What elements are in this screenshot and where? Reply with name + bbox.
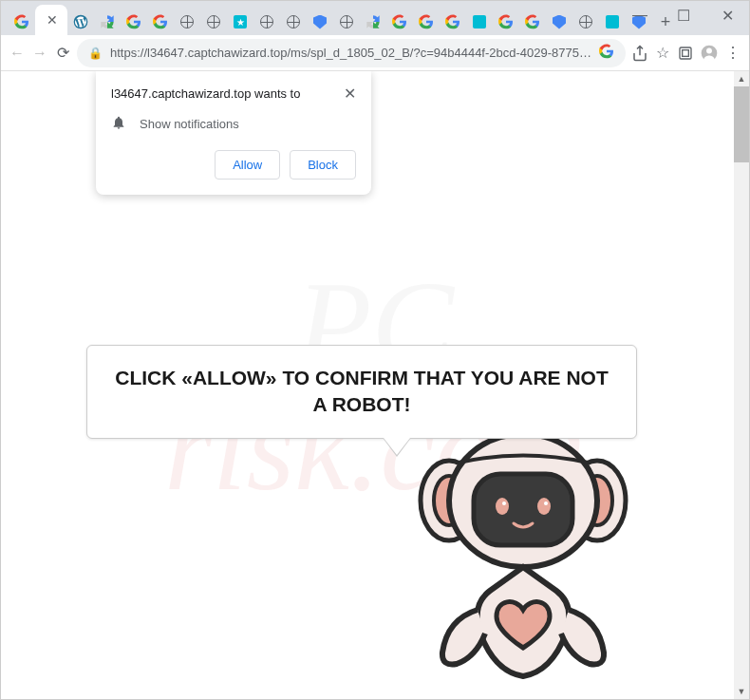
recaptcha-icon (100, 14, 115, 29)
tab-13[interactable] (360, 9, 386, 35)
tab-strip: ✕ ★ + — ☐ ✕ (1, 1, 749, 35)
svg-point-18 (537, 498, 551, 515)
tab-21[interactable] (572, 9, 599, 35)
browser-toolbar: ← → ⟳ 🔒 https://l34647.captchawizard.top… (1, 35, 749, 71)
google-icon (419, 14, 434, 29)
tab-18[interactable] (493, 9, 519, 35)
svg-text:★: ★ (236, 17, 245, 28)
close-window-button[interactable]: ✕ (705, 1, 749, 29)
bell-icon (111, 115, 126, 133)
tab-recaptcha[interactable] (94, 9, 121, 35)
google-icon (126, 14, 141, 29)
profile-button[interactable] (700, 40, 719, 66)
block-button[interactable]: Block (290, 150, 356, 180)
google-icon (14, 14, 29, 29)
reload-button[interactable]: ⟳ (54, 40, 71, 66)
vertical-scrollbar[interactable]: ▲ ▼ (734, 71, 749, 699)
svg-rect-6 (683, 49, 689, 56)
browser-window: ✕ ★ + — ☐ ✕ ← → ⟳ (0, 0, 750, 700)
scroll-up-arrow[interactable]: ▲ (734, 71, 749, 86)
back-button[interactable]: ← (9, 40, 26, 66)
tab-6[interactable] (174, 9, 200, 35)
globe-icon (578, 14, 593, 29)
menu-button[interactable]: ⋮ (724, 40, 741, 66)
google-icon (498, 14, 514, 29)
tab-wordpress[interactable] (67, 9, 94, 35)
globe-icon (206, 14, 221, 29)
shield-icon (312, 14, 328, 29)
minimize-button[interactable]: — (618, 1, 662, 29)
lock-icon: 🔒 (88, 47, 103, 60)
globe-icon (339, 14, 354, 29)
scrollbar-thumb[interactable] (734, 86, 749, 162)
svg-rect-16 (474, 474, 572, 545)
recaptcha-icon (366, 14, 381, 29)
tab-7[interactable] (200, 9, 227, 35)
permission-label: Show notifications (140, 117, 239, 131)
svg-point-20 (544, 501, 548, 505)
globe-icon (179, 14, 195, 29)
svg-rect-3 (473, 15, 486, 28)
globe-icon (286, 14, 301, 29)
app-icon (472, 14, 487, 29)
tab-20[interactable] (546, 9, 572, 35)
app-icon: ★ (233, 14, 248, 29)
share-button[interactable] (631, 40, 648, 66)
tab-17[interactable] (466, 9, 493, 35)
tab-14[interactable] (386, 9, 413, 35)
page-content: PC risk.com l34647.captchawizard.top wan… (1, 71, 749, 699)
tab-5[interactable] (147, 9, 174, 35)
svg-point-8 (706, 47, 712, 53)
shield-icon (552, 14, 567, 29)
tab-active[interactable]: ✕ (35, 5, 67, 35)
tab-8[interactable]: ★ (227, 9, 253, 35)
notification-permission-dialog: l34647.captchawizard.top wants to ✕ Show… (96, 71, 371, 195)
google-icon (153, 14, 168, 29)
window-controls: — ☐ ✕ (618, 1, 749, 31)
robot-illustration (390, 396, 656, 694)
google-icon (392, 14, 407, 29)
svg-point-17 (496, 498, 509, 515)
svg-rect-4 (606, 15, 619, 28)
wordpress-icon (73, 14, 88, 29)
svg-point-19 (502, 501, 506, 505)
tab-15[interactable] (413, 9, 440, 35)
speech-bubble: CLICK «ALLOW» TO CONFIRM THAT YOU ARE NO… (86, 345, 637, 439)
google-icon (445, 14, 460, 29)
close-icon[interactable]: ✕ (344, 86, 356, 102)
globe-icon (259, 14, 274, 29)
url-text: https://l34647.captchawizard.top/ms/spl_… (110, 46, 591, 60)
permission-title: l34647.captchawizard.top wants to (111, 86, 300, 101)
tab-10[interactable] (280, 9, 307, 35)
maximize-button[interactable]: ☐ (662, 1, 705, 29)
tab-12[interactable] (333, 9, 360, 35)
tab-4[interactable] (121, 9, 147, 35)
bookmark-button[interactable]: ☆ (654, 40, 671, 66)
google-search-icon[interactable] (599, 44, 614, 62)
scroll-down-arrow[interactable]: ▼ (734, 684, 749, 699)
google-icon (525, 14, 540, 29)
svg-rect-5 (680, 47, 691, 59)
allow-button[interactable]: Allow (215, 150, 280, 180)
tab-google[interactable] (9, 9, 35, 35)
forward-button[interactable]: → (31, 40, 48, 66)
tab-9[interactable] (253, 9, 280, 35)
tab-19[interactable] (519, 9, 546, 35)
instruction-text: CLICK «ALLOW» TO CONFIRM THAT YOU ARE NO… (110, 365, 613, 419)
tab-16[interactable] (440, 9, 466, 35)
tab-11[interactable] (307, 9, 333, 35)
reading-list-button[interactable] (677, 40, 694, 66)
close-icon[interactable]: ✕ (47, 12, 58, 28)
address-bar[interactable]: 🔒 https://l34647.captchawizard.top/ms/sp… (77, 39, 626, 67)
